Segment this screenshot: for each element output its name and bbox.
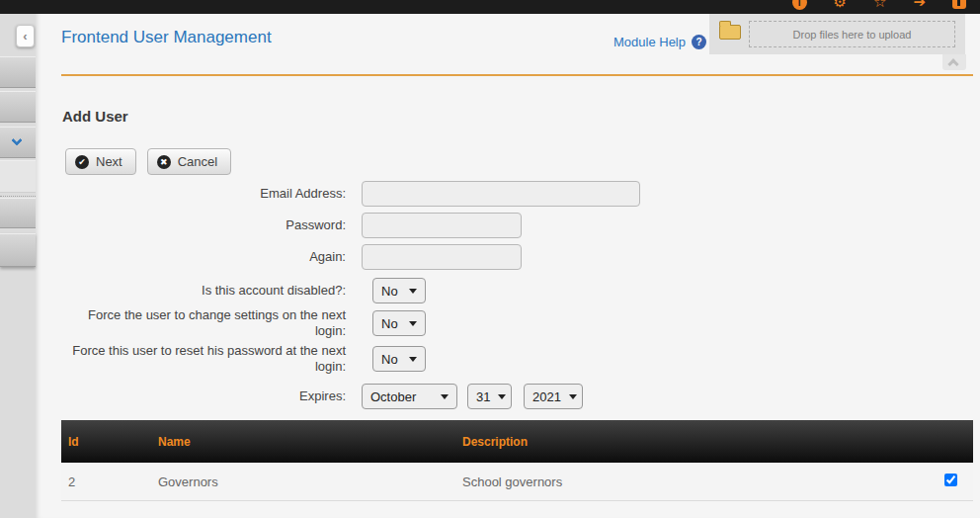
- expires-day-value: 31: [476, 389, 490, 404]
- cell-description: School governors: [462, 475, 927, 489]
- module-box-icon[interactable]: [952, 0, 966, 9]
- module-help-label: Module Help: [613, 35, 686, 49]
- table-header-row: Id Name Description: [61, 420, 973, 463]
- sidebar-item-3[interactable]: [0, 127, 36, 158]
- caret-down-icon: [441, 394, 449, 399]
- page-title: Frontend User Management: [61, 28, 272, 47]
- sidebar-collapse-button[interactable]: ‹: [16, 25, 35, 47]
- expires-label: Expires:: [36, 388, 354, 404]
- column-header-name: Name: [158, 435, 462, 449]
- next-button-label: Next: [96, 154, 122, 169]
- expires-row: Expires: October 31 2021: [36, 384, 583, 409]
- cross-icon: ✖: [157, 155, 171, 169]
- settings-icon[interactable]: ⚙: [834, 0, 847, 11]
- caret-down-icon: [498, 394, 506, 399]
- caret-down-icon: [409, 357, 417, 362]
- folder-icon: [719, 25, 741, 40]
- topbar-icon-group: i ⚙ ☆ ➔: [792, 0, 966, 11]
- caret-down-icon: [569, 394, 577, 399]
- account-disabled-select[interactable]: No: [372, 278, 426, 303]
- sidebar-item-5[interactable]: [0, 198, 36, 228]
- email-label: Email Address:: [36, 186, 354, 202]
- force-change-select[interactable]: No: [372, 310, 426, 336]
- force-reset-value: No: [381, 352, 398, 367]
- column-header-description: Description: [462, 435, 927, 449]
- expires-year-select[interactable]: 2021: [524, 384, 583, 409]
- star-icon[interactable]: ☆: [873, 0, 886, 11]
- caret-down-icon: [409, 289, 417, 294]
- chevron-down-icon: [11, 134, 22, 145]
- force-change-row: Force the user to change settings on the…: [36, 307, 426, 339]
- caret-down-icon: [409, 321, 417, 326]
- account-disabled-row: Is this account disabled?: No: [36, 278, 426, 303]
- sidebar-divider: [0, 196, 36, 197]
- sidebar-item-6[interactable]: [0, 233, 36, 267]
- password-again-field[interactable]: [362, 244, 522, 270]
- password-again-row: Again:: [36, 244, 522, 270]
- column-header-id: Id: [61, 435, 158, 449]
- top-bar: i ⚙ ☆ ➔: [0, 0, 980, 14]
- account-disabled-value: No: [381, 284, 398, 299]
- email-field[interactable]: [362, 181, 640, 207]
- main-content: Frontend User Management Module Help ? D…: [36, 14, 980, 518]
- table-row: 2 Governors School governors: [61, 463, 973, 501]
- groups-table: Id Name Description 2 Governors School g…: [61, 420, 973, 501]
- password-label: Password:: [36, 217, 354, 233]
- upload-panel: Drop files here to upload: [709, 14, 965, 54]
- next-button[interactable]: ✔ Next: [65, 148, 136, 175]
- upload-panel-toggle[interactable]: [942, 54, 966, 70]
- account-disabled-label: Is this account disabled?:: [36, 283, 354, 299]
- section-heading: Add User: [62, 108, 128, 125]
- sidebar-item-1[interactable]: [0, 56, 36, 88]
- force-reset-select[interactable]: No: [372, 346, 426, 372]
- info-icon[interactable]: i: [792, 0, 807, 10]
- chevron-left-icon: ‹: [23, 29, 27, 43]
- chevron-up-icon: [947, 58, 958, 69]
- force-change-value: No: [381, 316, 398, 331]
- password-again-label: Again:: [36, 249, 354, 265]
- force-reset-row: Force this user to reset his password at…: [36, 343, 426, 375]
- cell-id: 2: [61, 475, 158, 489]
- cell-name: Governors: [158, 475, 462, 489]
- cancel-button-label: Cancel: [178, 154, 217, 169]
- file-dropzone[interactable]: Drop files here to upload: [749, 21, 955, 47]
- help-icon: ?: [692, 35, 706, 49]
- cancel-button[interactable]: ✖ Cancel: [147, 148, 231, 175]
- sidebar-item-4[interactable]: [0, 160, 36, 193]
- force-change-label: Force the user to change settings on the…: [36, 307, 354, 339]
- password-field[interactable]: [362, 213, 522, 238]
- force-reset-label: Force this user to reset his password at…: [36, 343, 354, 375]
- arrow-icon[interactable]: ➔: [913, 0, 926, 11]
- sidebar: [0, 14, 36, 518]
- module-help-link[interactable]: Module Help ?: [613, 35, 706, 49]
- sidebar-item-2[interactable]: [0, 91, 36, 123]
- action-button-row: ✔ Next ✖ Cancel: [65, 148, 231, 175]
- header-rule: [61, 74, 973, 76]
- expires-month-select[interactable]: October: [362, 384, 457, 409]
- password-row: Password:: [36, 213, 522, 238]
- email-row: Email Address:: [36, 181, 640, 207]
- expires-year-value: 2021: [532, 389, 561, 404]
- expires-month-value: October: [370, 389, 416, 404]
- check-icon: ✔: [75, 155, 89, 169]
- group-select-checkbox[interactable]: [944, 474, 957, 486]
- expires-day-select[interactable]: 31: [467, 384, 512, 409]
